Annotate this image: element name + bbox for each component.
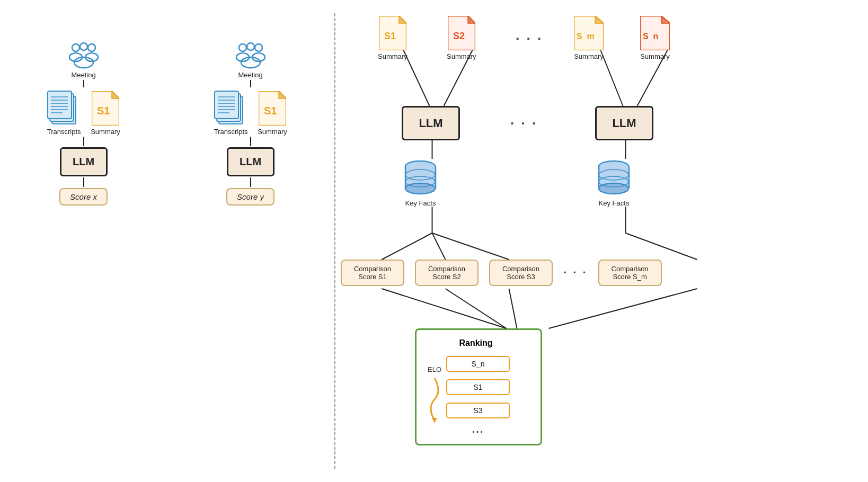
ranking-box: Ranking ELO S_n S1 S3 ... xyxy=(415,328,542,445)
right-sm-label: Summary xyxy=(574,52,604,60)
elo-label: ELO xyxy=(428,365,441,373)
elo-arrow xyxy=(427,376,442,423)
comp-score-sm: ComparisonScore S_m xyxy=(598,260,662,286)
svg-marker-62 xyxy=(432,418,437,423)
comp-scores-dots: · · · xyxy=(563,266,588,280)
svg-point-4 xyxy=(80,43,87,50)
right-db-right-svg xyxy=(597,159,631,197)
transcripts-label-2: Transcripts xyxy=(214,128,248,136)
llm-box-2: LLM xyxy=(227,147,274,176)
svg-rect-8 xyxy=(48,91,72,119)
ranking-item-s3: S3 xyxy=(446,403,510,418)
svg-marker-37 xyxy=(399,16,406,23)
right-s1-doc: S1 Summary xyxy=(378,16,408,60)
right-s1-svg: S1 xyxy=(379,16,406,50)
svg-point-22 xyxy=(247,43,254,50)
transcripts-1: Transcripts xyxy=(47,88,81,136)
summary-doc-1: S1 Summary xyxy=(91,91,120,136)
ranking-item-sn: S_n xyxy=(446,356,510,372)
left-col1: Meeting xyxy=(47,42,120,206)
summary-svg-1: S1 xyxy=(92,91,119,126)
score-label-1: Score x xyxy=(70,192,97,201)
right-db-left-svg xyxy=(403,159,438,197)
svg-point-2 xyxy=(88,44,95,51)
right-llm-box-right: LLM xyxy=(595,106,653,140)
right-s2-svg: S2 xyxy=(448,16,475,50)
comparison-scores-row: ComparisonScore S1 ComparisonScore S2 Co… xyxy=(341,260,662,286)
diagram-container: Meeting xyxy=(0,0,868,482)
svg-line-76 xyxy=(446,289,507,328)
svg-line-75 xyxy=(382,289,507,328)
score-box-2: Score y xyxy=(226,188,274,206)
svg-text:S1: S1 xyxy=(264,105,277,117)
meeting-icon-2 xyxy=(232,42,269,69)
svg-text:S_m: S_m xyxy=(577,32,595,41)
ranking-item-s1: S1 xyxy=(446,379,510,395)
transcript-svg-1 xyxy=(47,88,81,126)
right-sm-svg: S_m xyxy=(574,16,604,50)
right-s2-doc: S2 Summary xyxy=(447,16,476,60)
comp-score-s3: ComparisonScore S3 xyxy=(489,260,553,286)
ranking-title: Ranking xyxy=(427,338,525,348)
summary-label-2: Summary xyxy=(258,128,287,136)
svg-point-52 xyxy=(405,183,435,194)
svg-line-78 xyxy=(549,289,697,328)
right-sm-doc: S_m Summary xyxy=(574,16,604,60)
comp-score-s2: ComparisonScore S2 xyxy=(415,260,479,286)
svg-marker-40 xyxy=(468,16,475,23)
summary-doc-2: S1 Summary xyxy=(258,91,287,136)
left-col2: Meeting Transcripts xyxy=(214,42,287,206)
transcripts-label-1: Transcripts xyxy=(47,128,81,136)
svg-line-72 xyxy=(432,233,509,260)
svg-point-59 xyxy=(599,183,628,194)
summary-label-1: Summary xyxy=(91,128,120,136)
transcripts-2: Transcripts xyxy=(214,88,248,136)
svg-point-5 xyxy=(74,57,93,68)
svg-point-0 xyxy=(72,44,79,51)
meeting-label-2: Meeting xyxy=(238,71,262,79)
right-llm-right: LLM xyxy=(595,106,653,140)
svg-point-18 xyxy=(239,44,246,51)
svg-line-66 xyxy=(601,50,623,106)
right-db-right: Key Facts xyxy=(597,159,631,207)
svg-line-74 xyxy=(626,233,697,260)
right-db-left-label: Key Facts xyxy=(405,199,436,207)
svg-text:S2: S2 xyxy=(453,31,465,41)
svg-point-20 xyxy=(255,44,262,51)
svg-marker-46 xyxy=(661,16,670,23)
svg-text:S_n: S_n xyxy=(643,32,658,41)
right-sn-doc: S_n Summary xyxy=(640,16,670,60)
ranking-dots: ... xyxy=(446,423,510,435)
right-db-right-label: Key Facts xyxy=(599,199,630,207)
svg-text:S1: S1 xyxy=(384,31,396,41)
right-panel: S1 Summary S2 Summary · · · S_m Summary xyxy=(335,0,868,482)
right-db-left: Key Facts xyxy=(403,159,438,207)
left-panel: Meeting xyxy=(0,0,334,482)
svg-line-70 xyxy=(382,233,432,260)
svg-marker-16 xyxy=(112,91,119,99)
right-sn-svg: S_n xyxy=(640,16,670,50)
svg-text:S1: S1 xyxy=(97,105,110,117)
summary-svg-2: S1 xyxy=(259,91,286,126)
right-llm-left: LLM xyxy=(402,106,460,140)
svg-line-77 xyxy=(509,289,517,328)
right-dots-top: · · · xyxy=(516,31,543,47)
score-box-1: Score x xyxy=(59,188,108,206)
meeting-label-1: Meeting xyxy=(71,71,95,79)
svg-point-23 xyxy=(241,57,260,68)
llm-box-1: LLM xyxy=(60,147,108,176)
meeting-icon-1 xyxy=(65,42,102,69)
score-label-2: Score y xyxy=(237,192,264,201)
svg-marker-43 xyxy=(595,16,604,23)
svg-line-71 xyxy=(432,233,446,260)
right-sn-label: Summary xyxy=(640,52,670,60)
svg-rect-26 xyxy=(215,91,238,119)
right-s2-label: Summary xyxy=(447,52,476,60)
right-dots-middle: · · · xyxy=(510,115,537,132)
right-s1-label: Summary xyxy=(378,52,408,60)
right-llm-box-left: LLM xyxy=(402,106,460,140)
comp-score-s1: ComparisonScore S1 xyxy=(341,260,404,286)
svg-marker-34 xyxy=(279,91,286,99)
transcript-svg-2 xyxy=(214,88,248,126)
